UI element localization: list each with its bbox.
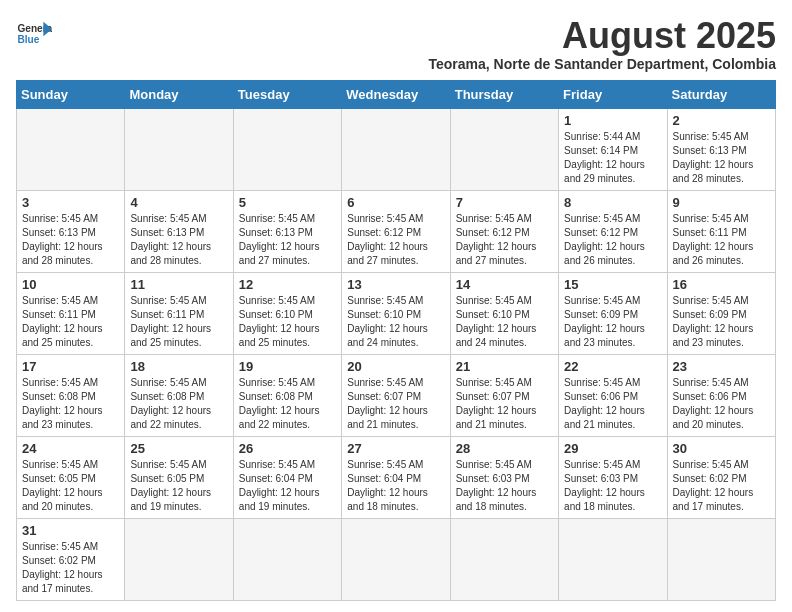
calendar-cell: 3Sunrise: 5:45 AM Sunset: 6:13 PM Daylig… [17,190,125,272]
day-number: 6 [347,195,444,210]
calendar-cell: 7Sunrise: 5:45 AM Sunset: 6:12 PM Daylig… [450,190,558,272]
day-info: Sunrise: 5:45 AM Sunset: 6:06 PM Dayligh… [673,376,770,432]
day-number: 4 [130,195,227,210]
calendar-cell: 28Sunrise: 5:45 AM Sunset: 6:03 PM Dayli… [450,436,558,518]
day-info: Sunrise: 5:45 AM Sunset: 6:13 PM Dayligh… [673,130,770,186]
day-info: Sunrise: 5:45 AM Sunset: 6:08 PM Dayligh… [22,376,119,432]
day-info: Sunrise: 5:45 AM Sunset: 6:09 PM Dayligh… [564,294,661,350]
calendar-cell: 8Sunrise: 5:45 AM Sunset: 6:12 PM Daylig… [559,190,667,272]
day-info: Sunrise: 5:45 AM Sunset: 6:03 PM Dayligh… [564,458,661,514]
day-info: Sunrise: 5:45 AM Sunset: 6:08 PM Dayligh… [130,376,227,432]
day-info: Sunrise: 5:45 AM Sunset: 6:12 PM Dayligh… [564,212,661,268]
calendar-cell: 24Sunrise: 5:45 AM Sunset: 6:05 PM Dayli… [17,436,125,518]
calendar-cell: 13Sunrise: 5:45 AM Sunset: 6:10 PM Dayli… [342,272,450,354]
calendar-week-3: 10Sunrise: 5:45 AM Sunset: 6:11 PM Dayli… [17,272,776,354]
col-wednesday: Wednesday [342,80,450,108]
calendar-cell: 10Sunrise: 5:45 AM Sunset: 6:11 PM Dayli… [17,272,125,354]
calendar-cell: 15Sunrise: 5:45 AM Sunset: 6:09 PM Dayli… [559,272,667,354]
calendar-cell [450,108,558,190]
day-number: 17 [22,359,119,374]
calendar-cell: 6Sunrise: 5:45 AM Sunset: 6:12 PM Daylig… [342,190,450,272]
calendar-cell: 20Sunrise: 5:45 AM Sunset: 6:07 PM Dayli… [342,354,450,436]
day-number: 24 [22,441,119,456]
day-number: 22 [564,359,661,374]
title-block: August 2025 Teorama, Norte de Santander … [429,16,776,72]
day-info: Sunrise: 5:45 AM Sunset: 6:04 PM Dayligh… [239,458,336,514]
day-number: 7 [456,195,553,210]
day-info: Sunrise: 5:45 AM Sunset: 6:02 PM Dayligh… [22,540,119,596]
calendar-cell: 22Sunrise: 5:45 AM Sunset: 6:06 PM Dayli… [559,354,667,436]
calendar-cell: 11Sunrise: 5:45 AM Sunset: 6:11 PM Dayli… [125,272,233,354]
day-number: 25 [130,441,227,456]
day-number: 14 [456,277,553,292]
calendar-week-2: 3Sunrise: 5:45 AM Sunset: 6:13 PM Daylig… [17,190,776,272]
day-info: Sunrise: 5:45 AM Sunset: 6:13 PM Dayligh… [239,212,336,268]
col-friday: Friday [559,80,667,108]
calendar-cell [233,518,341,600]
day-number: 20 [347,359,444,374]
calendar-cell: 18Sunrise: 5:45 AM Sunset: 6:08 PM Dayli… [125,354,233,436]
day-number: 2 [673,113,770,128]
calendar-cell: 23Sunrise: 5:45 AM Sunset: 6:06 PM Dayli… [667,354,775,436]
calendar-week-5: 24Sunrise: 5:45 AM Sunset: 6:05 PM Dayli… [17,436,776,518]
calendar-cell: 31Sunrise: 5:45 AM Sunset: 6:02 PM Dayli… [17,518,125,600]
calendar-table: Sunday Monday Tuesday Wednesday Thursday… [16,80,776,601]
day-number: 1 [564,113,661,128]
day-number: 5 [239,195,336,210]
day-info: Sunrise: 5:45 AM Sunset: 6:05 PM Dayligh… [22,458,119,514]
day-number: 11 [130,277,227,292]
day-number: 15 [564,277,661,292]
day-info: Sunrise: 5:45 AM Sunset: 6:12 PM Dayligh… [347,212,444,268]
day-info: Sunrise: 5:45 AM Sunset: 6:11 PM Dayligh… [130,294,227,350]
calendar-cell: 19Sunrise: 5:45 AM Sunset: 6:08 PM Dayli… [233,354,341,436]
day-number: 29 [564,441,661,456]
day-info: Sunrise: 5:45 AM Sunset: 6:10 PM Dayligh… [347,294,444,350]
day-number: 10 [22,277,119,292]
calendar-cell [342,518,450,600]
calendar-cell: 14Sunrise: 5:45 AM Sunset: 6:10 PM Dayli… [450,272,558,354]
day-info: Sunrise: 5:45 AM Sunset: 6:08 PM Dayligh… [239,376,336,432]
calendar-cell: 2Sunrise: 5:45 AM Sunset: 6:13 PM Daylig… [667,108,775,190]
col-tuesday: Tuesday [233,80,341,108]
day-info: Sunrise: 5:44 AM Sunset: 6:14 PM Dayligh… [564,130,661,186]
calendar-week-4: 17Sunrise: 5:45 AM Sunset: 6:08 PM Dayli… [17,354,776,436]
day-info: Sunrise: 5:45 AM Sunset: 6:03 PM Dayligh… [456,458,553,514]
calendar-cell [125,108,233,190]
calendar-week-6: 31Sunrise: 5:45 AM Sunset: 6:02 PM Dayli… [17,518,776,600]
calendar-cell [125,518,233,600]
day-number: 30 [673,441,770,456]
day-info: Sunrise: 5:45 AM Sunset: 6:04 PM Dayligh… [347,458,444,514]
day-number: 18 [130,359,227,374]
day-number: 26 [239,441,336,456]
calendar-cell: 17Sunrise: 5:45 AM Sunset: 6:08 PM Dayli… [17,354,125,436]
day-info: Sunrise: 5:45 AM Sunset: 6:10 PM Dayligh… [239,294,336,350]
calendar-title: August 2025 [429,16,776,56]
calendar-cell: 1Sunrise: 5:44 AM Sunset: 6:14 PM Daylig… [559,108,667,190]
day-number: 8 [564,195,661,210]
day-info: Sunrise: 5:45 AM Sunset: 6:09 PM Dayligh… [673,294,770,350]
calendar-cell [342,108,450,190]
day-info: Sunrise: 5:45 AM Sunset: 6:10 PM Dayligh… [456,294,553,350]
day-info: Sunrise: 5:45 AM Sunset: 6:06 PM Dayligh… [564,376,661,432]
day-number: 13 [347,277,444,292]
header: General Blue August 2025 Teorama, Norte … [16,16,776,72]
day-number: 3 [22,195,119,210]
col-thursday: Thursday [450,80,558,108]
col-monday: Monday [125,80,233,108]
day-info: Sunrise: 5:45 AM Sunset: 6:12 PM Dayligh… [456,212,553,268]
day-number: 16 [673,277,770,292]
calendar-cell: 29Sunrise: 5:45 AM Sunset: 6:03 PM Dayli… [559,436,667,518]
day-number: 28 [456,441,553,456]
logo: General Blue [16,16,52,52]
day-info: Sunrise: 5:45 AM Sunset: 6:02 PM Dayligh… [673,458,770,514]
calendar-cell [450,518,558,600]
calendar-cell: 30Sunrise: 5:45 AM Sunset: 6:02 PM Dayli… [667,436,775,518]
day-number: 23 [673,359,770,374]
calendar-cell [559,518,667,600]
calendar-cell [17,108,125,190]
calendar-cell: 21Sunrise: 5:45 AM Sunset: 6:07 PM Dayli… [450,354,558,436]
calendar-cell: 16Sunrise: 5:45 AM Sunset: 6:09 PM Dayli… [667,272,775,354]
calendar-cell: 26Sunrise: 5:45 AM Sunset: 6:04 PM Dayli… [233,436,341,518]
col-saturday: Saturday [667,80,775,108]
day-info: Sunrise: 5:45 AM Sunset: 6:07 PM Dayligh… [347,376,444,432]
